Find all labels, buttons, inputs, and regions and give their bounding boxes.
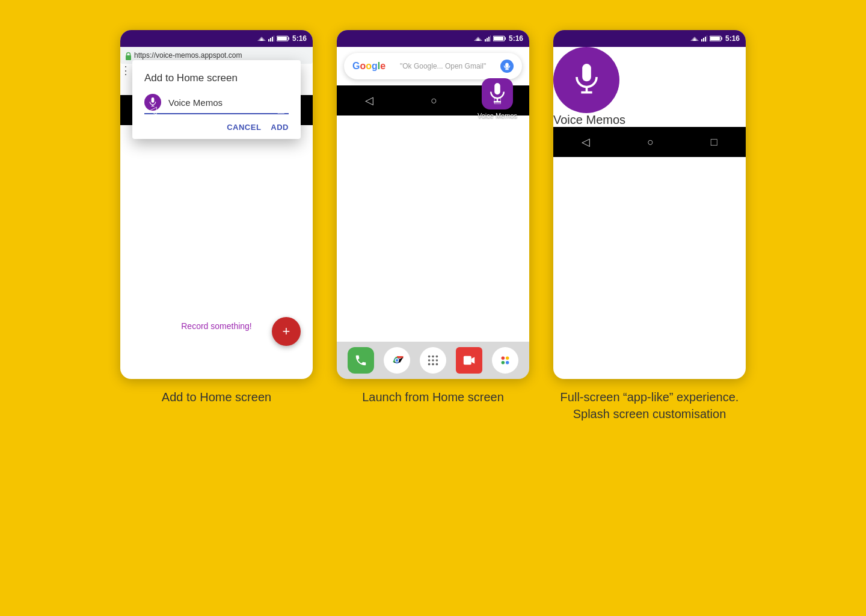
record-text: Record something! — [181, 321, 252, 331]
dialog-title: Add to Home screen — [144, 72, 289, 84]
svg-rect-20 — [490, 35, 491, 42]
nav-bar-3: ◁ ○ □ — [553, 127, 746, 157]
svg-point-47 — [506, 361, 509, 365]
dot-8 — [451, 334, 455, 338]
svg-rect-9 — [277, 37, 287, 40]
shortcut-label: Voice Memos — [478, 112, 517, 119]
wifi-icon — [257, 35, 266, 42]
svg-point-34 — [396, 359, 398, 362]
svg-rect-19 — [488, 37, 490, 42]
cancel-button[interactable]: CANCEL — [227, 123, 261, 132]
battery-icon-3 — [710, 35, 723, 42]
home-icon[interactable]: ○ — [214, 104, 221, 117]
status-icons-2: 5:16 — [474, 34, 523, 43]
status-time-2: 5:16 — [509, 34, 523, 43]
svg-rect-51 — [701, 39, 702, 42]
signal-icon-3 — [701, 35, 707, 42]
svg-point-46 — [502, 361, 505, 365]
splash-app-name: Voice Memos — [553, 113, 625, 126]
svg-rect-22 — [505, 37, 506, 40]
dot-5 — [431, 334, 435, 338]
google-hint: "Ok Google... Open Gmail" — [390, 62, 496, 70]
svg-rect-52 — [703, 38, 704, 42]
recents-icon-3[interactable]: □ — [711, 136, 717, 149]
svg-rect-56 — [721, 37, 722, 40]
recents-icon-2[interactable]: □ — [494, 94, 501, 107]
dot-1 — [405, 334, 408, 338]
gallery-icon — [499, 354, 512, 367]
signal-icon-2 — [485, 35, 491, 42]
svg-point-35 — [428, 356, 431, 358]
wifi-icon-2 — [474, 35, 482, 42]
phone2: 5:16 Google "Ok Google... Open Gmail" — [337, 30, 529, 379]
svg-point-37 — [436, 356, 438, 358]
status-icons-3: 5:16 — [690, 34, 740, 43]
add-button[interactable]: ADD — [271, 123, 289, 132]
svg-rect-54 — [707, 35, 707, 42]
svg-point-43 — [436, 363, 438, 366]
back-icon[interactable]: ◁ — [149, 103, 157, 117]
add-to-home-dialog: Add to Home screen Voice Memos — [132, 60, 301, 139]
svg-point-45 — [506, 357, 509, 360]
dock-video-icon[interactable] — [456, 347, 482, 374]
recents-icon[interactable]: □ — [278, 104, 284, 117]
svg-rect-5 — [272, 37, 273, 42]
dot-4 — [425, 334, 428, 338]
svg-rect-23 — [494, 37, 503, 40]
svg-point-41 — [428, 363, 431, 366]
svg-rect-57 — [710, 37, 720, 40]
dock-launcher-icon[interactable] — [420, 347, 446, 374]
svg-rect-53 — [705, 37, 706, 42]
google-logo: Google — [352, 61, 385, 72]
home-icon-2[interactable]: ○ — [431, 94, 437, 107]
phone2-container: 5:16 Google "Ok Google... Open Gmail" — [337, 30, 529, 405]
home-icon-3[interactable]: ○ — [647, 136, 654, 149]
dot-2 — [411, 334, 415, 338]
caption-1: Add to Home screen — [162, 389, 271, 405]
wifi-icon-3 — [690, 35, 699, 42]
lock-icon — [125, 52, 132, 59]
battery-icon — [277, 35, 290, 42]
status-time-1: 5:16 — [292, 34, 307, 43]
dock-gallery-icon[interactable] — [492, 347, 518, 374]
google-bar[interactable]: Google "Ok Google... Open Gmail" — [344, 53, 522, 79]
svg-point-44 — [502, 357, 505, 360]
caption-2: Launch from Home screen — [362, 389, 504, 405]
svg-rect-10 — [126, 55, 131, 60]
svg-point-42 — [432, 363, 434, 366]
dock-chrome-icon[interactable] — [384, 347, 410, 374]
svg-rect-3 — [268, 39, 269, 42]
fab-button[interactable]: + — [272, 317, 301, 346]
dot-7 — [444, 334, 448, 338]
svg-point-39 — [432, 359, 434, 362]
svg-rect-18 — [487, 38, 488, 42]
status-time-3: 5:16 — [725, 34, 740, 43]
video-icon — [462, 354, 476, 367]
svg-rect-6 — [274, 35, 274, 42]
status-bar-2: 5:16 — [337, 30, 529, 47]
dock-phone-icon[interactable] — [348, 347, 374, 374]
chrome-icon — [388, 352, 405, 369]
back-icon-3[interactable]: ◁ — [582, 135, 590, 149]
more-options-icon[interactable]: ⋮ — [120, 64, 131, 76]
svg-rect-25 — [505, 63, 509, 68]
svg-rect-58 — [582, 64, 591, 81]
svg-point-40 — [436, 359, 438, 362]
caption-3: Full-screen “app-like” experience. Splas… — [560, 389, 739, 422]
google-mic-icon[interactable] — [500, 60, 514, 73]
svg-rect-28 — [494, 83, 500, 94]
svg-point-36 — [432, 356, 434, 358]
app-dock — [337, 342, 529, 379]
status-bar-1: 5:16 — [120, 30, 313, 47]
signal-icon — [268, 35, 274, 42]
mic-large-icon — [553, 47, 619, 113]
phone3-container: 5:16 Voice Memos ◁ ○ □ — [553, 30, 746, 422]
back-icon-2[interactable]: ◁ — [365, 94, 373, 107]
url-text: https://voice-memos.appspot.com — [134, 51, 242, 60]
dialog-actions: CANCEL ADD — [144, 123, 289, 132]
svg-rect-11 — [152, 97, 155, 103]
phones-row: 5:16 https://voice-memos.appspot.com ⋮ V… — [120, 30, 746, 422]
svg-rect-4 — [270, 38, 271, 42]
dot-9 — [458, 334, 461, 338]
phone1-container: 5:16 https://voice-memos.appspot.com ⋮ V… — [120, 30, 313, 405]
